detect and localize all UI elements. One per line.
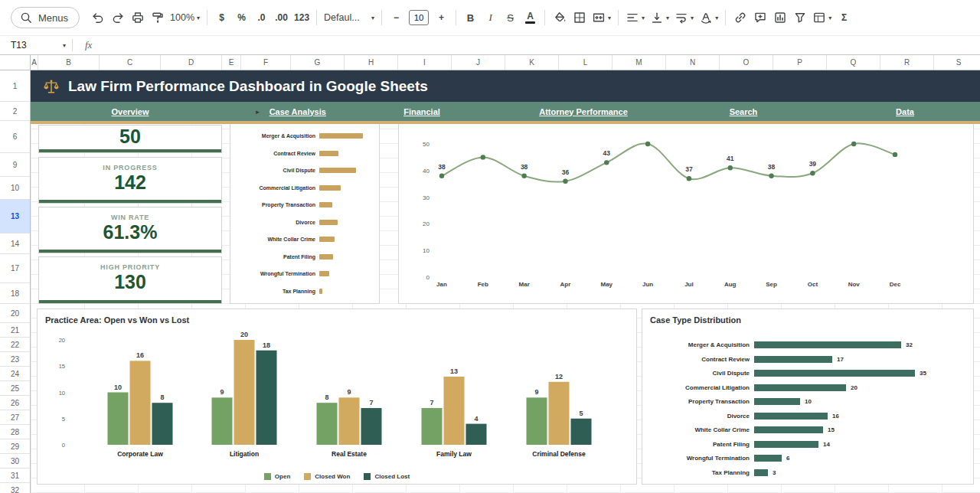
nav-tab-overview[interactable]: Overview — [112, 107, 149, 116]
nav-tab-search[interactable]: Search — [730, 107, 758, 116]
nav-tab-financial[interactable]: Financial — [403, 107, 440, 116]
column-header-H[interactable]: H — [345, 55, 398, 70]
row-header-6[interactable]: 6 — [0, 121, 30, 153]
row-header-2[interactable]: 2 — [0, 102, 30, 121]
merge-cells-button[interactable]: ▾ — [590, 8, 613, 28]
case-type-mini-chart-panel[interactable]: Merger & AcquisitionContract ReviewCivil… — [230, 124, 380, 304]
row-header-23[interactable]: 23 — [0, 352, 30, 367]
row-header-18[interactable]: 18 — [0, 283, 30, 304]
row-header-28[interactable]: 28 — [0, 425, 30, 439]
row-header-10[interactable]: 10 — [0, 177, 30, 200]
practice-area-chart-panel[interactable]: Practice Area: Open vs Won vs Lost 05101… — [37, 309, 637, 485]
row-header-9[interactable]: 9 — [0, 153, 30, 177]
decrease-font-size-button[interactable]: − — [387, 8, 406, 28]
column-header-N[interactable]: N — [666, 55, 720, 70]
borders-button[interactable] — [570, 8, 589, 28]
functions-button[interactable]: Σ — [835, 8, 854, 28]
row-header-30[interactable]: 30 — [0, 454, 30, 469]
bold-button[interactable]: B — [461, 8, 480, 28]
font-size-input[interactable]: 10 — [409, 10, 429, 25]
insert-link-button[interactable] — [730, 8, 750, 28]
menus-button[interactable]: Menus — [11, 7, 80, 28]
increase-font-size-button[interactable]: + — [432, 8, 451, 28]
row-header-22[interactable]: 22 — [0, 338, 30, 352]
column-header-S[interactable]: S — [934, 55, 980, 70]
nav-tab-data[interactable]: Data — [896, 107, 914, 116]
strikethrough-button[interactable]: S — [501, 8, 520, 28]
select-all-corner[interactable] — [0, 55, 31, 70]
kpi-card: HIGH PRIORITY130 — [38, 256, 222, 304]
vertical-align-button[interactable]: ▾ — [648, 8, 671, 28]
column-header-R[interactable]: R — [880, 55, 934, 70]
create-filter-button[interactable] — [790, 8, 809, 28]
column-header-F[interactable]: F — [241, 55, 291, 70]
column-header-O[interactable]: O — [720, 55, 773, 70]
row-group-expander-icon[interactable]: ▸ — [256, 108, 260, 116]
svg-text:Litigation: Litigation — [230, 450, 259, 458]
nav-tab-case-analysis[interactable]: ▸Case Analysis — [256, 107, 326, 116]
insert-chart-button[interactable] — [770, 8, 789, 28]
column-header-B[interactable]: B — [38, 55, 100, 70]
column-header-C[interactable]: C — [100, 55, 161, 70]
text-rotation-button[interactable]: ▾ — [697, 8, 720, 28]
row-header-25[interactable]: 25 — [0, 381, 30, 396]
undo-button[interactable] — [88, 8, 107, 28]
row-header-21[interactable]: 21 — [0, 323, 30, 338]
row-header-20[interactable]: 20 — [0, 304, 30, 323]
insert-comment-button[interactable] — [750, 8, 769, 28]
bar-label: Merger & Acquisition — [648, 341, 754, 348]
row-header-32[interactable]: 32 — [0, 483, 30, 493]
fill-color-button[interactable] — [550, 8, 569, 28]
column-header-K[interactable]: K — [505, 55, 559, 70]
redo-button[interactable] — [108, 8, 127, 28]
nav-tab-attorney-performance[interactable]: Attorney Performance — [539, 107, 628, 116]
column-header-J[interactable]: J — [452, 55, 505, 70]
row-header-27[interactable]: 27 — [0, 410, 30, 425]
column-header-A[interactable]: A — [31, 55, 38, 70]
sheet-canvas[interactable]: Law Firm Performance Dashboard in Google… — [31, 70, 980, 493]
increase-decimal-button[interactable]: .00 — [272, 8, 291, 28]
row-header-31[interactable]: 31 — [0, 469, 30, 483]
print-button[interactable] — [128, 8, 147, 28]
horizontal-align-button[interactable]: ▾ — [623, 8, 647, 28]
row-header-29[interactable]: 29 — [0, 439, 30, 454]
italic-button[interactable]: I — [481, 8, 500, 28]
bar-value: 15 — [828, 426, 835, 433]
monthly-trend-chart-panel[interactable]: 5040302010038JanFeb38Mar36Apr43MayJun37J… — [398, 124, 974, 304]
more-formats-button[interactable]: 123 — [292, 8, 312, 28]
column-header-I[interactable]: I — [398, 55, 452, 70]
case-distribution-chart-panel[interactable]: Case Type Distribution Merger & Acquisit… — [642, 309, 974, 485]
text-color-button[interactable]: A — [521, 8, 540, 28]
column-header-G[interactable]: G — [291, 55, 345, 70]
font-select[interactable]: Defaul...▾ — [322, 8, 377, 28]
row-header-17[interactable]: 17 — [0, 254, 30, 283]
format-currency-button[interactable]: $ — [212, 8, 231, 28]
decrease-decimal-button[interactable]: .0 — [252, 8, 271, 28]
row-header-1[interactable]: 1 — [0, 70, 30, 102]
column-header-M[interactable]: M — [612, 55, 666, 70]
svg-text:20: 20 — [423, 220, 430, 227]
column-header-L[interactable]: L — [559, 55, 612, 70]
column-header-D[interactable]: D — [161, 55, 222, 70]
column-header-E[interactable]: E — [222, 55, 241, 70]
kpi-label: IN PROGRESS — [103, 164, 157, 171]
chart-bar-row: Wrongful Termination6 — [648, 455, 967, 462]
table-views-button[interactable]: ▾ — [810, 8, 834, 28]
row-header-13[interactable]: 13 — [0, 200, 30, 233]
divider — [72, 39, 73, 51]
format-percent-button[interactable]: % — [232, 8, 251, 28]
column-header-Q[interactable]: Q — [827, 55, 880, 70]
row-header-14[interactable]: 14 — [0, 233, 30, 254]
column-header-P[interactable]: P — [773, 55, 827, 70]
bar — [754, 341, 901, 348]
zoom-select[interactable]: 100%▾ — [168, 8, 202, 28]
formula-bar: T13 ▾ fx — [0, 35, 980, 55]
svg-text:May: May — [600, 281, 612, 288]
paint-format-button[interactable] — [148, 8, 167, 28]
toolbar-divider — [618, 10, 619, 25]
row-header-26[interactable]: 26 — [0, 396, 30, 410]
text-wrap-button[interactable]: ▾ — [672, 8, 696, 28]
row-header-24[interactable]: 24 — [0, 367, 30, 381]
name-box[interactable]: T13 ▾ — [0, 36, 72, 54]
formula-input[interactable] — [104, 36, 980, 54]
